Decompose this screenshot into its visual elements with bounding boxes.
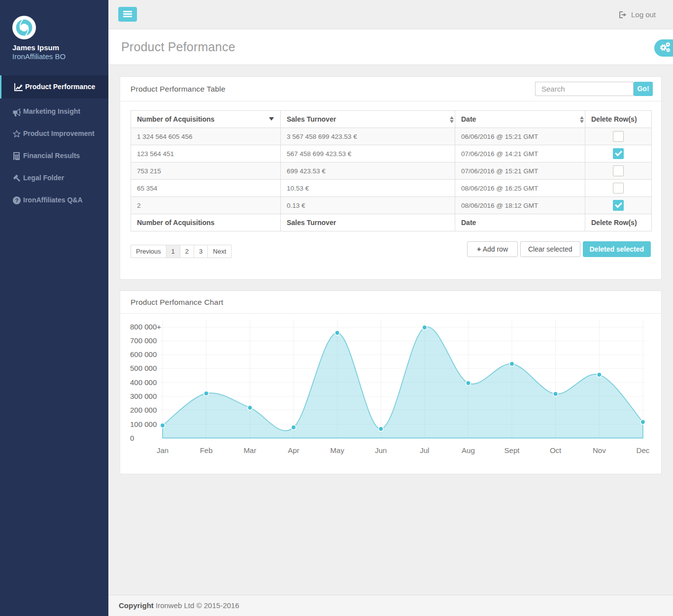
- svg-text:?: ?: [15, 197, 19, 203]
- svg-text:Dec: Dec: [637, 446, 650, 454]
- svg-text:Nov: Nov: [593, 446, 606, 454]
- svg-text:Mar: Mar: [243, 446, 256, 454]
- svg-text:Sept: Sept: [505, 446, 520, 454]
- svg-text:800 000+: 800 000+: [130, 323, 161, 331]
- svg-text:300 000: 300 000: [130, 392, 157, 400]
- svg-text:Apr: Apr: [288, 446, 299, 454]
- svg-text:Aug: Aug: [462, 446, 475, 454]
- svg-text:Feb: Feb: [200, 446, 213, 454]
- svg-text:May: May: [330, 446, 344, 454]
- svg-text:500 000: 500 000: [130, 364, 157, 372]
- svg-text:0: 0: [130, 434, 134, 442]
- svg-text:Jul: Jul: [420, 446, 429, 454]
- svg-text:Oct: Oct: [550, 446, 562, 454]
- svg-text:400 000: 400 000: [130, 378, 157, 387]
- svg-text:600 000: 600 000: [130, 350, 157, 358]
- svg-text:Jun: Jun: [375, 446, 387, 454]
- svg-text:700 000: 700 000: [130, 336, 157, 345]
- svg-text:Jan: Jan: [157, 446, 168, 454]
- svg-text:200 000: 200 000: [130, 406, 157, 414]
- svg-text:100 000: 100 000: [130, 420, 157, 428]
